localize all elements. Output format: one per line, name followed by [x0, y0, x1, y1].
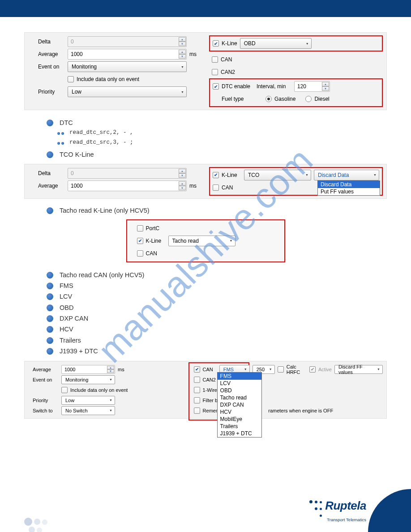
spinner-icon[interactable]: ▲▼ — [179, 37, 186, 46]
delta-label: Delta — [38, 170, 65, 176]
can-label: CAN — [146, 250, 157, 257]
bullet-icon — [47, 337, 53, 344]
dropdown-option[interactable]: MobilEye — [218, 416, 261, 423]
delta-input[interactable]: 0 ▲▼ — [68, 168, 187, 179]
screenshot-1: Delta 0 ▲▼ Average 1000 ▲▼ ms E — [24, 32, 387, 110]
event-on-select[interactable]: Monitoring — [68, 61, 187, 72]
footer-logo: Ruptela Transport Telematics — [309, 498, 366, 522]
dropdown-option[interactable]: LCV — [218, 380, 261, 387]
onewire-checkbox[interactable] — [194, 387, 200, 393]
can2-label: CAN2 — [203, 377, 216, 382]
dropdown-option[interactable]: FMS — [218, 373, 261, 380]
gasoline-radio[interactable] — [265, 96, 272, 102]
include-data-label: Include data only on event — [70, 387, 128, 393]
calc-hrfc-label: Calc HRFC — [287, 364, 307, 375]
spinner-icon[interactable]: ▲▼ — [322, 82, 329, 91]
can2-checkbox[interactable] — [212, 69, 218, 75]
priority-select[interactable]: Low — [61, 396, 115, 405]
screenshot-3: PortC ✔ K-Line Tacho read CAN — [126, 219, 285, 262]
average-input[interactable]: 1000 ▲▼ — [61, 365, 115, 374]
discard-value: Discard FF values — [338, 364, 373, 375]
sub-bullet-icon — [57, 132, 64, 135]
diesel-label: Diesel — [314, 96, 329, 102]
calc-hrfc-checkbox[interactable] — [278, 366, 284, 373]
dropdown-option[interactable]: Tacho read — [218, 394, 261, 401]
kline-label: K-Line — [146, 238, 166, 244]
text-item: Trailers — [60, 336, 81, 345]
kline-value: OBD — [244, 40, 256, 47]
dtc-checkbox[interactable]: ✔ — [213, 83, 219, 90]
delta-input[interactable]: 0 ▲▼ — [68, 36, 187, 47]
portc-checkbox[interactable] — [137, 225, 143, 232]
include-data-checkbox[interactable] — [68, 76, 74, 82]
text-item: OBD — [60, 303, 73, 312]
average-label: Average — [33, 367, 59, 372]
dropdown-option[interactable]: J1939 + DTC — [218, 430, 261, 437]
bullet-icon — [47, 120, 53, 126]
brand-name: Ruptela — [325, 499, 366, 512]
can2-label: CAN2 — [221, 69, 235, 75]
average-label: Average — [38, 51, 65, 57]
can-label: CAN — [222, 184, 233, 191]
delta-value: 0 — [71, 170, 74, 176]
include-data-checkbox[interactable] — [61, 387, 68, 393]
dtc-label: DTC enable — [222, 83, 254, 90]
dropdown-option[interactable]: DXP CAN — [218, 401, 261, 408]
dtc-highlight-box: ✔ DTC enable Interval, min 120 ▲▼ Fuel t… — [209, 78, 383, 107]
interval-label: Interval, min — [257, 83, 291, 90]
average-value: 1000 — [71, 183, 83, 189]
kline-select[interactable]: OBD — [240, 38, 312, 49]
text-item: J1939 + DTC — [60, 347, 98, 356]
dropdown-option[interactable]: Discard Data — [318, 181, 380, 188]
discard-select[interactable]: Discard FF values — [334, 365, 383, 374]
event-on-select[interactable]: Monitoring — [61, 375, 115, 384]
dropdown-option[interactable]: OBD — [218, 387, 261, 394]
kline-tco-highlight-box: ✔ K-Line TCO Discard Data CAN Disc — [209, 167, 383, 196]
interval-input[interactable]: 120 ▲▼ — [294, 81, 330, 92]
switch-to-select[interactable]: No Switch — [61, 406, 115, 415]
kline-action-select[interactable]: Discard Data — [314, 170, 379, 180]
can2-checkbox[interactable] — [194, 377, 200, 383]
footer: Ruptela Transport Telematics — [0, 496, 411, 532]
text-item: HCV — [60, 325, 73, 334]
kline-action-dropdown[interactable]: Discard Data Put FF values — [317, 180, 380, 196]
can-checkbox[interactable]: ✔ — [194, 366, 200, 373]
text-item: DTC — [60, 118, 73, 127]
can-checkbox[interactable] — [212, 56, 218, 63]
dropdown-option[interactable]: Put FF values — [318, 188, 380, 195]
can-checkbox[interactable] — [137, 250, 143, 257]
diesel-radio[interactable] — [305, 96, 312, 102]
bullet-icon — [47, 283, 53, 289]
event-on-value: Monitoring — [72, 64, 97, 70]
filter-checkbox[interactable] — [194, 397, 200, 403]
can-checkbox[interactable] — [213, 184, 219, 191]
dropdown-option[interactable]: Trailers — [218, 423, 261, 430]
text-item: TCO K-Line — [60, 150, 94, 159]
priority-value: Low — [72, 89, 81, 95]
can-mode-dropdown[interactable]: FMS LCV OBD Tacho read DXP CAN HCV Mobil… — [217, 372, 262, 438]
logo-dots-icon — [309, 498, 321, 518]
active-label: Active — [318, 367, 332, 372]
priority-select[interactable]: Low — [68, 86, 187, 97]
spinner-icon[interactable]: ▲▼ — [179, 50, 186, 59]
spinner-icon[interactable]: ▲▼ — [179, 169, 186, 178]
kline-checkbox[interactable]: ✔ — [213, 172, 219, 178]
dropdown-option[interactable]: HCV — [218, 408, 261, 416]
kline-select[interactable]: Tacho read — [168, 236, 235, 246]
kline-checkbox[interactable]: ✔ — [137, 238, 143, 244]
remember-checkbox[interactable] — [194, 408, 200, 414]
active-checkbox: ✔ — [309, 366, 316, 373]
bullet-icon — [47, 207, 53, 214]
kline-checkbox[interactable]: ✔ — [213, 40, 219, 47]
kline-select[interactable]: TCO — [244, 170, 311, 180]
spinner-icon[interactable]: ▲▼ — [107, 366, 114, 373]
average-value: 1000 — [71, 51, 83, 57]
average-input[interactable]: 1000 ▲▼ — [68, 49, 187, 60]
average-input[interactable]: 1000 ▲▼ — [68, 180, 187, 191]
switch-to-label: Switch to — [33, 408, 59, 413]
average-unit: ms — [189, 183, 202, 189]
screenshot-2: Delta 0 ▲▼ Average 1000 ▲▼ ms — [24, 164, 387, 199]
kline-label: K-Line — [222, 40, 237, 47]
spinner-icon[interactable]: ▲▼ — [179, 181, 186, 190]
bullet-icon — [47, 315, 53, 322]
